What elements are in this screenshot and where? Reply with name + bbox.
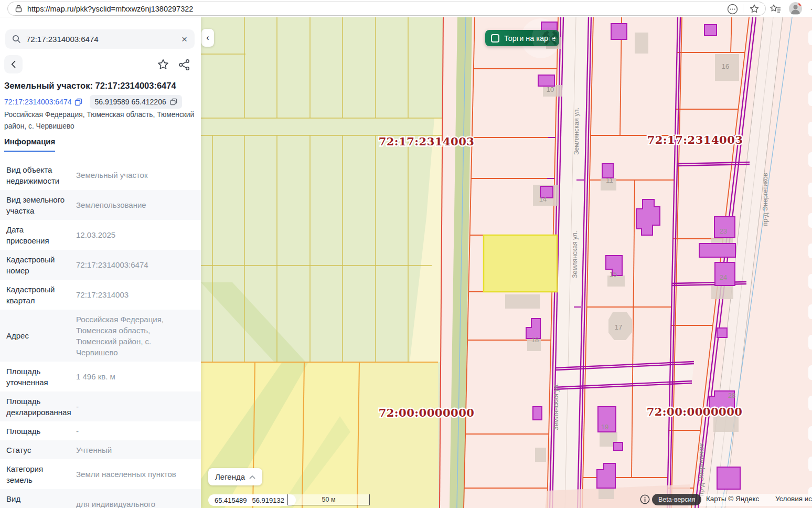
profile-avatar[interactable] [789,2,802,15]
edge-pill [808,152,812,167]
info-row-value: Земельный участок [66,170,196,181]
edge-pill [808,61,812,76]
info-table: Вид объекта недвижимостиЗемельный участо… [0,160,201,508]
quarter-label: 72:17:2314003 [647,133,743,146]
lock-icon [15,5,22,13]
edge-pill [808,426,812,441]
info-row-label: Адрес [6,330,66,341]
info-row: Вид разрешенного использованиядля индиви… [0,489,201,508]
parcel-number: 19 [601,423,608,431]
extensions-menu-icon[interactable] [726,3,739,15]
info-row: Вид земельного участкаЗемлепользование [0,190,201,220]
info-row: Вид объекта недвижимостиЗемельный участо… [0,160,201,190]
object-address: Российская Федерация, Тюменская область,… [4,109,201,132]
info-row-value: Земли населенных пунктов [66,469,196,480]
more-icon[interactable]: - [806,3,812,15]
torgi-checkbox[interactable] [491,34,499,43]
info-row-value: - [66,401,196,412]
selected-parcel[interactable] [484,235,557,292]
info-row-label: Дата присвоения [6,224,66,246]
collapse-panel-button[interactable]: ‹ [201,29,214,47]
map-canvas[interactable]: 1014161123152417181928 Землянская ул.Зем… [201,17,812,508]
notification-dot [798,2,802,6]
torgi-toggle-button[interactable]: Торги на карте ⚒ [485,30,559,46]
chevron-up-icon [249,475,255,479]
terms-link[interactable]: Условия использован [775,495,812,503]
page-title: Земельный участок: 72:17:2314003:6474 [4,81,201,91]
info-row-label: Кадастровый номер [6,254,66,276]
parcel-number: 24 [720,273,727,281]
collections-icon[interactable] [769,3,782,15]
info-row-value: Российская Федерация, Тюменская область,… [66,314,196,358]
edge-pill [808,183,812,197]
info-row-label: Вид объекта недвижимости [6,164,66,186]
parcel-number: 16 [722,62,729,70]
street-label: Землянская ул. [571,231,579,278]
browser-bar: https://map.ru/pkk?ysclid=mfxxwz6nj13802… [0,0,812,17]
url-text[interactable]: https://map.ru/pkk?ysclid=mfxxwz6nj13802… [27,5,193,13]
scale-bar: 50 м [287,494,370,505]
edge-pill [808,30,812,45]
parcel-number: 11 [606,176,613,184]
edge-pill [808,304,812,319]
legend-button[interactable]: Легенда [208,468,262,485]
parcel-number: 15 [610,270,617,278]
edge-pill [808,91,812,106]
info-row-label: Площадь декларированная [6,396,66,418]
edge-pill [808,396,812,410]
search-input[interactable]: 72:17:2314003:6474 × [5,29,195,49]
info-row: Площадь декларированная- [0,391,201,421]
cadastral-link[interactable]: 72:17:2314003:6474 [4,98,71,106]
toolbar-divider [743,4,743,13]
parcel-number: 14 [539,195,547,203]
info-row: Кадастровый номер72:17:2314003:6474 [0,250,201,280]
info-row-value: Учтенный [66,444,196,456]
info-row-label: Площадь уточненная [6,366,66,388]
edge-pill [808,213,812,228]
street-label: пр-д Энергетиков [762,173,769,226]
beta-badge: Beta-версия [652,494,701,505]
info-row: Кадастровый квартал72:17:2314003 [0,280,201,310]
coordinates-value: 56.919589 65.412206 [94,98,166,106]
quarter-label: 72:00:0000000 [379,406,475,419]
info-row: Категория земельЗемли населенных пунктов [0,459,201,489]
info-row-label: Кадастровый квартал [6,284,66,306]
edge-pill [808,335,812,350]
info-row: Площадь- [0,421,201,440]
info-row-value: 1 496 кв. м [66,371,196,382]
url-bar[interactable]: https://map.ru/pkk?ysclid=mfxxwz6nj13802… [7,2,766,16]
search-icon [12,35,21,44]
edge-pill [808,457,812,471]
info-row-value: для индивидуального жилищного строительс… [66,499,196,508]
info-row-value: 12.03.2025 [66,229,196,240]
info-row-label: Категория земель [6,463,66,485]
tab-information[interactable]: Информация [4,137,55,152]
coordinates-pill[interactable]: 56.919589 65.412206 [90,95,181,109]
info-row: АдресРоссийская Федерация, Тюменская обл… [0,310,201,362]
parcel-number: 23 [720,227,727,235]
info-icon[interactable] [640,494,650,506]
info-row-value: Землепользование [66,199,196,210]
street-label: Землянская ул. [552,383,560,430]
info-row-label: Вид земельного участка [6,194,66,216]
edge-pill [808,244,812,258]
back-button[interactable] [4,55,23,73]
favorite-star-button[interactable] [156,57,170,72]
green-zone [201,17,443,508]
info-row-label: Статус [6,444,66,456]
map-copyright[interactable]: Карты © Яндекс [706,495,759,503]
info-row: Площадь уточненная1 496 кв. м [0,362,201,391]
copy-icon[interactable] [170,98,177,105]
search-value[interactable]: 72:17:2314003:6474 [26,35,181,44]
info-row-label: Площадь [6,426,66,437]
bookmark-star-icon[interactable] [748,3,761,15]
info-row: СтатусУчтенный [0,440,201,459]
copy-icon[interactable] [74,98,82,106]
share-button[interactable] [177,57,191,72]
edge-pill [808,122,812,136]
auction-hammer-icon: ⚒ [541,30,559,46]
map-graphics: 1014161123152417181928 Землянская ул.Зем… [201,17,812,508]
legend-label: Легенда [215,472,245,481]
edge-pill [808,274,812,289]
clear-search-icon[interactable]: × [181,34,187,45]
